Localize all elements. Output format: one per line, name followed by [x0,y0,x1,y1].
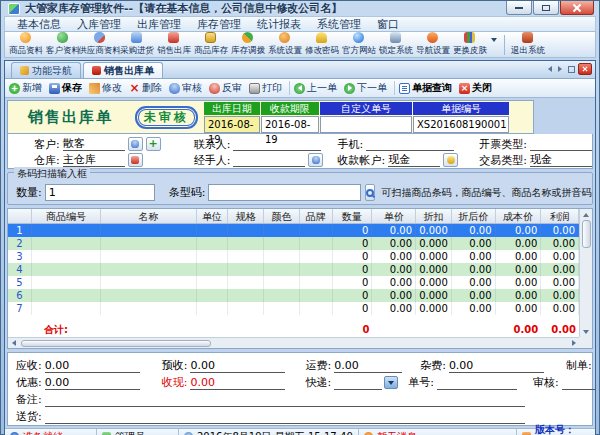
barcode-input[interactable] [208,184,361,201]
receivable-field[interactable]: 0.00 [45,359,140,373]
toolbar-supplier-data[interactable]: 供应商资料 [81,32,118,57]
trade-type-field[interactable]: 现金 [530,153,592,167]
print-button[interactable]: 打印 [249,81,282,95]
menu-item-outbound[interactable]: 出库管理 [129,17,189,32]
next-icon [344,83,355,94]
express-field[interactable] [334,376,382,390]
account-lookup-button[interactable] [443,153,458,167]
toolbar-change-skin[interactable]: 更换皮肤 [451,32,488,57]
cash-received-field[interactable]: 0.00 [190,376,285,390]
status-datetime: 2016年8月19日 星期五 15:17:40 [197,430,353,435]
menu-item-inventory[interactable]: 库存管理 [189,17,249,32]
scroll-down-icon[interactable] [583,330,589,334]
tab-scroll-right-icon[interactable] [558,66,562,72]
status-bar: 准备就绪 管理员 2016年8月19日 星期五 15:17:40 暂无消息 版本… [5,428,595,435]
doc-no-header: 单据编号 [413,102,509,115]
tab-close-button[interactable] [578,63,592,75]
unaudited-stamp: 未审核 [135,106,198,129]
tab-close-icon [583,67,588,72]
maximize-button[interactable] [533,1,559,15]
toolbar-change-password[interactable]: 修改密码 [303,32,340,57]
scroll-left-icon[interactable] [12,340,16,346]
table-row[interactable]: 700.000.0000.000.000.00 [8,302,579,315]
delete-button[interactable]: 删除 [129,81,162,95]
tab-sales-outbound-order[interactable]: 销售出库单 [83,62,163,78]
toolbar-official-website[interactable]: 官方网站 [340,32,377,57]
custom-no-field[interactable] [320,116,412,133]
skin-dropdown-caret-icon[interactable] [491,38,497,42]
delivery-field[interactable] [45,410,525,424]
table-row[interactable]: 300.000.0000.000.000.00 [8,250,579,263]
invoice-type-field[interactable] [530,137,592,151]
payment-account-field[interactable]: 现金 [388,153,440,167]
edit-button[interactable]: 修改 [89,81,122,95]
menu-item-window[interactable]: 窗口 [369,17,407,32]
toolbar-exit-system[interactable]: 退出系统 [509,32,546,57]
auditor-label: 审核: [533,375,559,390]
discount-amount-field[interactable]: 0.00 [45,376,140,390]
toolbar-purchase[interactable]: 采购进货 [118,32,155,57]
close-red-icon [459,83,470,94]
minimize-button[interactable] [506,1,532,15]
horizontal-scroll-thumb[interactable] [21,340,211,347]
scroll-right-icon[interactable] [572,340,576,346]
table-row[interactable]: 400.000.0000.000.000.00 [8,263,579,276]
menu-item-system[interactable]: 系统管理 [309,17,369,32]
close-tab-button[interactable]: 关闭 [459,81,492,95]
remark-field[interactable] [45,393,525,407]
express-dropdown-button[interactable] [384,376,398,389]
table-row[interactable]: 500.000.0000.000.000.00 [8,276,579,289]
new-button[interactable]: 新增 [9,81,42,95]
toolbar-customer-data[interactable]: 客户资料 [44,32,81,57]
unaudit-button[interactable]: 反审 [209,81,242,95]
next-order-button[interactable]: 下一单 [344,81,387,95]
qty-input[interactable] [45,184,155,201]
toolbar-navigation-settings[interactable]: 导航设置 [414,32,451,57]
warehouse-field[interactable]: 主仓库 [63,153,125,167]
customer-add-button[interactable]: + [146,137,161,151]
menu-item-inbound[interactable]: 入库管理 [69,17,129,32]
close-button[interactable] [560,1,594,15]
toolbar-sales-outbound[interactable]: 销售出库 [155,32,192,57]
customer-field[interactable]: 散客 [63,137,125,151]
prepaid-field[interactable]: 0.00 [190,359,285,373]
due-date-field[interactable]: 2016-08-19 [261,116,319,133]
toolbar-product-stock[interactable]: 商品库存 [192,32,229,57]
table-row[interactable]: 600.000.0000.000.000.00 [8,289,579,302]
mobile-field[interactable] [366,137,454,151]
previous-order-button[interactable]: 上一单 [294,81,337,95]
table-row[interactable]: 200.000.0000.000.000.00 [8,237,579,250]
toolbar-system-settings[interactable]: 系统设置 [266,32,303,57]
tracking-no-field[interactable] [437,376,517,390]
vertical-scrollbar[interactable] [579,209,592,337]
table-row-selected[interactable]: 100.000.0000.000.000.00 [8,224,579,237]
menu-item-reports[interactable]: 统计报表 [249,17,309,32]
menu-item-basic-info[interactable]: 基本信息 [9,17,69,32]
tab-list-icon[interactable] [568,66,575,73]
audit-button[interactable]: 审核 [169,81,202,95]
doc-no-field[interactable]: XS201608190001 [413,116,509,133]
misc-fee-field[interactable]: 0.00 [449,359,544,373]
customer-lookup-button[interactable] [128,137,143,151]
horizontal-scrollbar[interactable] [8,337,579,348]
coin-icon [447,156,455,164]
toolbar-product-data[interactable]: 商品资料 [7,32,44,57]
save-button[interactable]: 保存 [49,81,82,95]
warehouse-lookup-button[interactable] [128,153,143,167]
out-date-field[interactable]: 2016-08-19 [204,116,260,133]
barcode-search-button[interactable] [365,184,375,201]
scroll-up-icon[interactable] [583,213,589,217]
tab-scroll-left-icon[interactable] [548,66,552,72]
freight-field[interactable]: 0.00 [334,359,402,373]
vertical-scroll-thumb[interactable] [582,220,591,248]
tab-function-navigation[interactable]: 功能导航 [11,62,81,78]
add-icon [9,83,20,94]
sales-icon [168,32,179,43]
query-orders-button[interactable]: 单据查询 [399,81,452,95]
toolbar-lock-system[interactable]: 锁定系统 [377,32,414,57]
handler-lookup-button[interactable] [308,153,323,167]
edit-icon [89,83,100,94]
handler-field[interactable] [233,153,305,167]
actionbar-separator [289,81,290,95]
toolbar-stock-transfer[interactable]: 库存调拨 [229,32,266,57]
